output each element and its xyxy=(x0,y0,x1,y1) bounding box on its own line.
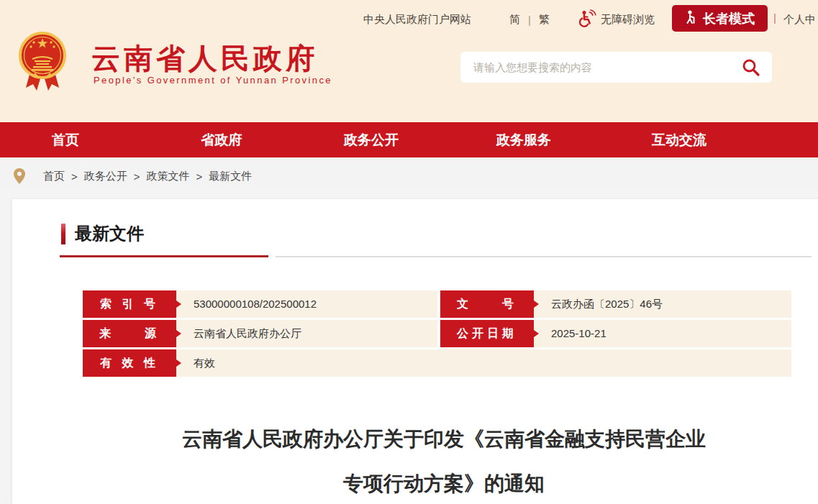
meta-label-document-number: 文 号 xyxy=(440,290,534,318)
topbar-divider: | xyxy=(773,12,776,24)
central-gov-portal-link[interactable]: 中央人民政府门户网站 xyxy=(363,13,471,27)
nav-item-home[interactable]: 首页 xyxy=(52,122,79,157)
nav-item-services[interactable]: 政务服务 xyxy=(496,122,551,157)
meta-row-document-number: 文 号 云政办函〔2025〕46号 xyxy=(440,290,791,318)
search-button[interactable] xyxy=(742,58,760,77)
breadcrumb-policy-files[interactable]: 政策文件 xyxy=(147,170,190,183)
accessibility-link[interactable]: 无障碍浏览 xyxy=(578,9,655,29)
section-title: 最新文件 xyxy=(75,222,144,245)
meta-row-source: 来 源 云南省人民政府办公厅 xyxy=(83,320,437,347)
nav-item-interaction[interactable]: 互动交流 xyxy=(652,122,706,157)
site-subtitle: People's Government of Yunnan Province xyxy=(94,75,332,86)
breadcrumb-disclosure[interactable]: 政务公开 xyxy=(84,170,127,183)
breadcrumb-separator: > xyxy=(134,170,140,183)
site-header: 中央人民政府门户网站 简 | 繁 无障碍浏览 xyxy=(0,0,818,122)
search-icon xyxy=(742,68,760,79)
site-title: 云南省人民政府 xyxy=(91,39,318,78)
meta-label-validity: 有 效 性 xyxy=(83,349,176,377)
search-box xyxy=(460,52,772,83)
lang-simplified-link[interactable]: 简 xyxy=(509,13,520,27)
breadcrumb-separator: > xyxy=(71,170,78,183)
meta-value-index-number: 53000000108/202500012 xyxy=(176,290,437,318)
nav-item-disclosure[interactable]: 政务公开 xyxy=(344,122,399,157)
nav-item-government[interactable]: 省政府 xyxy=(201,122,242,157)
site-logo-link[interactable]: 云南省人民政府 People's Government of Yunnan Pr… xyxy=(17,30,327,95)
document-title-line1: 云南省人民政府办公厅关于印发《云南省金融支持民营企业 xyxy=(12,426,818,453)
main-nav: 首页 省政府 政务公开 政务服务 互动交流 彩 xyxy=(0,122,818,157)
section-title-marker xyxy=(61,224,65,244)
breadcrumb-home[interactable]: 首页 xyxy=(43,170,65,183)
lang-traditional-link[interactable]: 繁 xyxy=(539,13,550,27)
search-input[interactable] xyxy=(460,52,772,83)
national-emblem-icon xyxy=(17,30,68,96)
elder-mode-label: 长者模式 xyxy=(703,10,755,27)
content-card: 最新文件 索 引 号 53000000108/202500012 文 号 云政办… xyxy=(12,199,818,504)
meta-row-index-number: 索 引 号 53000000108/202500012 xyxy=(83,290,437,318)
lang-divider: | xyxy=(528,14,531,26)
location-pin-icon xyxy=(14,168,25,187)
meta-row-validity: 有 效 性 有效 xyxy=(83,349,791,377)
meta-label-source: 来 源 xyxy=(83,320,176,347)
meta-value-publish-date: 2025-10-21 xyxy=(534,320,791,347)
breadcrumb-bar: 首页 > 政务公开 > 政策文件 > 最新文件 xyxy=(0,157,818,195)
document-meta-table: 索 引 号 53000000108/202500012 文 号 云政办函〔202… xyxy=(83,290,791,377)
elder-person-icon xyxy=(685,10,697,27)
document-title-line2: 专项行动方案》的通知 xyxy=(12,470,818,498)
accessibility-label: 无障碍浏览 xyxy=(601,13,655,27)
meta-row-publish-date: 公开日期 2025-10-21 xyxy=(440,320,791,347)
breadcrumb-latest-files[interactable]: 最新文件 xyxy=(209,170,252,183)
section-underline-red xyxy=(60,255,268,257)
meta-value-source: 云南省人民政府办公厅 xyxy=(176,320,437,347)
meta-label-publish-date: 公开日期 xyxy=(440,320,534,347)
language-switcher: 简 | 繁 xyxy=(509,13,550,27)
breadcrumb: 首页 > 政务公开 > 政策文件 > 最新文件 xyxy=(43,157,252,195)
accessibility-wheelchair-icon xyxy=(578,9,597,29)
personal-center-link[interactable]: 个人中 xyxy=(783,13,816,27)
breadcrumb-separator: > xyxy=(196,170,203,183)
meta-label-index-number: 索 引 号 xyxy=(83,290,176,318)
elder-mode-button[interactable]: 长者模式 xyxy=(672,5,768,32)
meta-value-document-number: 云政办函〔2025〕46号 xyxy=(534,290,791,318)
meta-value-validity: 有效 xyxy=(176,349,791,377)
section-underline-gray xyxy=(276,256,812,257)
